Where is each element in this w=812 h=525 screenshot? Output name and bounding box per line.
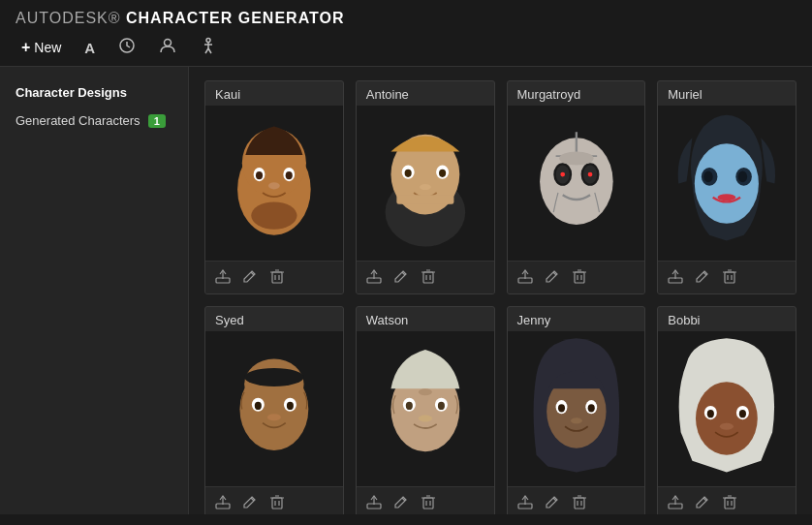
svg-point-124 xyxy=(696,382,758,455)
svg-point-12 xyxy=(256,171,263,179)
svg-rect-133 xyxy=(725,498,734,509)
export-button[interactable] xyxy=(517,494,533,512)
character-name: Murgatroyd xyxy=(508,81,645,106)
svg-rect-19 xyxy=(272,272,282,283)
delete-button[interactable] xyxy=(421,268,436,287)
character-thumbnail[interactable] xyxy=(658,331,796,486)
character-thumbnail[interactable] xyxy=(508,106,645,261)
svg-rect-70 xyxy=(725,272,734,283)
export-button[interactable] xyxy=(366,268,382,287)
character-name: Jenny xyxy=(508,307,645,331)
edit-button[interactable] xyxy=(242,494,258,512)
character-thumbnail[interactable] xyxy=(658,106,796,261)
export-button[interactable] xyxy=(517,268,533,287)
character-actions xyxy=(658,261,796,293)
export-button[interactable] xyxy=(668,268,683,287)
sidebar: Character Designs Generated Characters 1 xyxy=(0,67,189,514)
character-thumbnail[interactable] xyxy=(357,331,494,486)
delete-button[interactable] xyxy=(572,494,587,512)
svg-point-81 xyxy=(255,401,262,409)
character-card-syed: Syed xyxy=(204,306,344,514)
user-icon[interactable] xyxy=(153,35,182,60)
svg-point-31 xyxy=(420,184,431,190)
svg-point-14 xyxy=(268,182,280,189)
svg-point-112 xyxy=(557,404,564,412)
character-grid-container: Kaui xyxy=(189,67,812,514)
character-thumbnail[interactable] xyxy=(205,331,343,486)
character-card-bobbi: Bobbi xyxy=(657,306,796,514)
edit-button[interactable] xyxy=(695,268,710,287)
svg-point-51 xyxy=(559,151,593,165)
character-name: Watson xyxy=(357,307,494,331)
delete-button[interactable] xyxy=(722,494,737,512)
character-card-antoine: Antoine xyxy=(356,80,495,294)
svg-point-97 xyxy=(438,401,445,409)
svg-point-15 xyxy=(251,201,297,229)
export-button[interactable] xyxy=(215,494,231,512)
character-thumbnail[interactable] xyxy=(508,331,645,486)
character-card-watson: Watson xyxy=(356,306,495,514)
svg-point-113 xyxy=(587,404,594,412)
plus-icon: + xyxy=(21,39,30,56)
svg-point-66 xyxy=(718,194,736,201)
character-grid: Kaui xyxy=(204,80,796,514)
character-actions xyxy=(357,261,494,293)
character-actions xyxy=(357,486,494,514)
character-name: Kaui xyxy=(205,81,343,106)
new-label: New xyxy=(34,40,61,55)
delete-button[interactable] xyxy=(722,268,737,287)
character-name: Bobbi xyxy=(658,307,796,331)
character-card-kaui: Kaui xyxy=(204,80,344,294)
svg-point-47 xyxy=(560,171,565,176)
character-thumbnail[interactable] xyxy=(205,106,343,261)
edit-button[interactable] xyxy=(242,268,258,287)
main-layout: Character Designs Generated Characters 1… xyxy=(0,67,812,514)
figure-icon[interactable] xyxy=(194,35,223,60)
delete-button[interactable] xyxy=(421,494,436,512)
svg-point-99 xyxy=(419,388,432,395)
svg-rect-87 xyxy=(272,498,282,509)
edit-button[interactable] xyxy=(393,268,409,287)
character-name: Antoine xyxy=(357,81,494,106)
sidebar-label-character-designs: Character Designs xyxy=(16,85,127,100)
svg-point-96 xyxy=(406,401,413,409)
delete-button[interactable] xyxy=(269,494,285,512)
edit-button[interactable] xyxy=(545,268,560,287)
svg-point-129 xyxy=(720,422,734,429)
sidebar-item-character-designs[interactable]: Character Designs xyxy=(0,78,188,107)
new-button[interactable]: + New xyxy=(16,37,67,58)
delete-button[interactable] xyxy=(269,268,285,287)
sidebar-item-generated-characters[interactable]: Generated Characters 1 xyxy=(0,107,188,135)
app-title: AUTODESK® CHARACTER GENERATOR xyxy=(16,10,796,27)
export-button[interactable] xyxy=(668,494,683,512)
history-icon[interactable] xyxy=(112,35,141,60)
character-actions xyxy=(658,486,796,514)
character-thumbnail[interactable] xyxy=(357,106,494,261)
character-actions xyxy=(508,261,645,293)
character-actions xyxy=(508,486,645,514)
svg-line-6 xyxy=(208,48,211,53)
export-button[interactable] xyxy=(366,494,382,512)
export-button[interactable] xyxy=(215,268,231,287)
edit-button[interactable] xyxy=(393,494,409,512)
svg-point-127 xyxy=(707,410,714,417)
edit-button[interactable] xyxy=(695,494,710,512)
svg-point-30 xyxy=(439,169,446,176)
font-icon[interactable]: A xyxy=(78,38,101,58)
svg-point-64 xyxy=(704,170,713,182)
toolbar: + New A xyxy=(16,35,796,60)
svg-line-5 xyxy=(205,48,208,53)
svg-point-98 xyxy=(419,415,432,421)
sidebar-label-generated-characters: Generated Characters xyxy=(16,113,141,128)
character-name: Muriel xyxy=(658,81,796,106)
svg-point-78 xyxy=(244,367,303,386)
svg-point-29 xyxy=(404,169,411,176)
delete-button[interactable] xyxy=(572,268,587,287)
header: AUTODESK® CHARACTER GENERATOR + New A xyxy=(0,0,812,67)
svg-point-82 xyxy=(287,401,294,409)
edit-button[interactable] xyxy=(545,494,560,512)
character-actions xyxy=(205,261,343,293)
character-card-muriel: Muriel xyxy=(657,80,796,294)
svg-rect-55 xyxy=(575,272,584,283)
svg-rect-103 xyxy=(423,498,433,509)
